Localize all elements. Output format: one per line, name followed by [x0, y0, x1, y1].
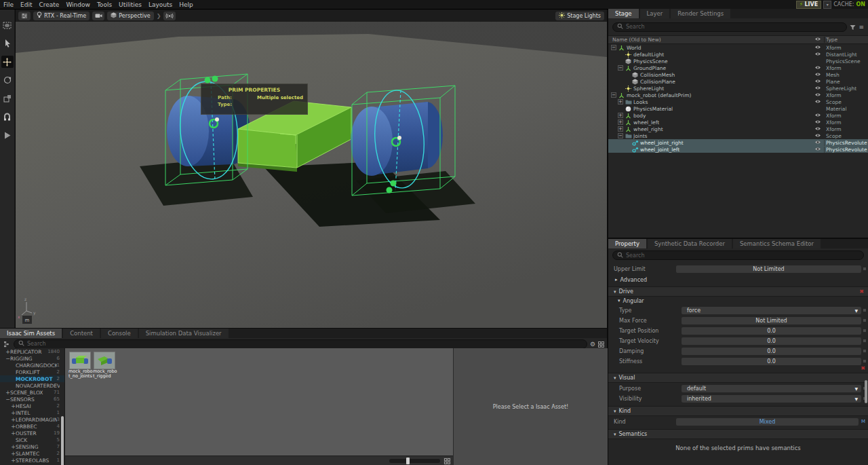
capture-button[interactable] [92, 12, 104, 20]
stage-search-input[interactable]: Search [612, 22, 847, 32]
visibility-eye-icon[interactable] [812, 119, 824, 126]
asset-thumbnail[interactable]: mock_robot_no_joints [68, 352, 91, 379]
asset-tree-item-stereolabs[interactable]: +STEREOLABS1 [0, 457, 64, 464]
asset-tree-item-sick[interactable]: SICK5 [0, 436, 64, 443]
stage-row[interactable]: CollisionMeshMesh [608, 71, 868, 78]
reset-icon[interactable] [863, 339, 866, 342]
visibility-eye-icon[interactable] [812, 113, 824, 119]
visibility-dropdown[interactable]: inherited▼ [682, 395, 861, 403]
reset-icon[interactable] [863, 329, 866, 332]
assets-tab-console[interactable]: Console [101, 329, 138, 338]
asset-tree-item-hesai[interactable]: +HESAI2 [0, 403, 64, 409]
stiffness-field[interactable]: 0.0 [682, 358, 861, 365]
expander-icon[interactable]: − [611, 92, 616, 98]
slider-handle[interactable] [406, 458, 410, 464]
snap-tool-icon[interactable] [1, 111, 14, 123]
asset-tree-item-replicator[interactable]: +REPLICATOR1840 [0, 348, 64, 355]
stage-row[interactable]: −WorldXform [608, 44, 868, 51]
menu-item-utilities[interactable]: Utilities [115, 1, 145, 8]
select-tool-icon[interactable] [1, 37, 14, 50]
visibility-eye-icon[interactable] [812, 99, 824, 105]
upper-limit-field[interactable]: Not Limited [676, 265, 861, 273]
expander-icon[interactable]: − [5, 356, 10, 362]
asset-tree-item-mockrobot[interactable]: MOCKROBOT2 [0, 375, 64, 382]
stage-row[interactable]: defaultLightDistantLight [608, 51, 868, 58]
visibility-eye-icon[interactable] [812, 92, 824, 98]
damping-field[interactable]: 0.0 [682, 348, 861, 355]
type-dropdown[interactable]: force▼ [682, 307, 861, 314]
move-tool-icon[interactable] [1, 56, 14, 68]
stage-row[interactable]: +bodyXform [608, 112, 868, 119]
tree-filter-icon[interactable] [3, 341, 11, 348]
reset-icon[interactable] [863, 267, 866, 270]
advanced-section-toggle[interactable]: ▸ Advanced [608, 276, 868, 284]
grid-view-icon[interactable] [443, 458, 451, 464]
live-dropdown-button[interactable]: ▾ [823, 1, 831, 9]
assets-tab-simulation-data-visualizer[interactable]: Simulation Data Visualizer [139, 329, 229, 338]
expander-icon[interactable]: − [611, 45, 616, 50]
column-type[interactable]: Type [824, 37, 868, 43]
column-name[interactable]: Name (Old to New) [608, 37, 812, 43]
stage-row[interactable]: wheel_joint_leftPhysicsRevolute [608, 146, 868, 153]
purpose-dropdown[interactable]: default▼ [682, 385, 861, 392]
kind-section-header[interactable]: ▾ Kind [608, 406, 868, 416]
asset-tree-item-rigging[interactable]: −RIGGING6 [0, 355, 64, 362]
rotate-tool-icon[interactable] [1, 74, 14, 86]
assets-grid[interactable]: mock_robot_no_jointsmock_robot_rigged [64, 348, 454, 465]
visibility-eye-icon[interactable] [812, 45, 824, 51]
stage-row[interactable]: −mock_robot (defaultPrim)Xform [608, 92, 868, 98]
stage-row[interactable]: +LooksScope [608, 98, 868, 105]
visibility-eye-icon[interactable] [812, 126, 824, 132]
camera-button[interactable]: Perspective [107, 12, 153, 20]
expander-icon[interactable]: + [5, 390, 10, 396]
visibility-eye-icon[interactable] [812, 147, 824, 153]
property-search-input[interactable]: Search [612, 250, 864, 260]
physics-signal-button[interactable] [163, 12, 176, 20]
expander-icon[interactable]: + [11, 424, 16, 430]
expander-icon[interactable]: − [5, 396, 10, 403]
play-tool-icon[interactable] [1, 129, 14, 141]
visual-section-header[interactable]: ▾ Visual [608, 373, 868, 383]
stage-lights-button[interactable]: Stage Lights [555, 12, 604, 20]
menu-item-help[interactable]: Help [176, 1, 197, 8]
stage-tab-render-settings[interactable]: Render Settings [671, 9, 730, 18]
angular-subsection-toggle[interactable]: ▾ Angular [608, 297, 868, 305]
target-position-field[interactable]: 0.0 [682, 327, 861, 335]
visibility-eye-icon[interactable] [812, 79, 824, 85]
stage-row[interactable]: CollisionPlanePlane [608, 78, 868, 85]
expander-icon[interactable]: + [618, 99, 623, 105]
stage-row[interactable]: +wheel_leftXform [608, 119, 868, 126]
scale-tool-icon[interactable] [1, 92, 14, 105]
expander-icon[interactable]: + [11, 410, 16, 416]
stage-row[interactable]: +wheel_rightXform [608, 126, 868, 132]
menu-item-layouts[interactable]: Layouts [145, 1, 176, 8]
menu-item-edit[interactable]: Edit [17, 1, 35, 8]
reset-icon[interactable] [863, 309, 866, 312]
asset-thumbnail[interactable]: mock_robot_rigged [93, 352, 115, 379]
thumbnail-size-slider[interactable] [389, 459, 440, 463]
asset-tree-item-orbbec[interactable]: +ORBBEC4 [0, 423, 64, 430]
stage-row[interactable]: PhysicsMaterialMaterial [608, 105, 868, 112]
menu-item-file[interactable]: File [0, 1, 17, 8]
live-button[interactable]: ⚡ LIVE [796, 1, 821, 9]
expander-icon[interactable]: + [618, 126, 623, 132]
asset-tree-item-novacarterdevk[interactable]: NOVACARTERDEVK [0, 382, 64, 389]
assets-tree-scrollbar[interactable] [61, 416, 64, 465]
asset-tree-item-ouster[interactable]: +OUSTER19 [0, 430, 64, 436]
viewport-settings-button[interactable] [18, 12, 31, 20]
menu-item-create[interactable]: Create [36, 1, 63, 8]
remove-drive-icon[interactable]: ✖ [859, 289, 864, 295]
visibility-eye-icon[interactable] [812, 72, 824, 78]
stage-tab-stage[interactable]: Stage [608, 9, 639, 18]
property-scrollbar[interactable] [865, 380, 867, 403]
stage-row[interactable]: −GroundPlaneXform [608, 64, 868, 71]
stage-tab-layer[interactable]: Layer [640, 9, 670, 18]
assets-tab-isaac-sim-assets[interactable]: Isaac Sim Assets [0, 329, 62, 338]
visibility-eye-icon[interactable] [812, 140, 824, 146]
visibility-eye-icon[interactable] [812, 52, 824, 58]
expander-icon[interactable]: + [11, 451, 16, 457]
gear-icon[interactable]: ⚙ [590, 341, 595, 348]
semantics-section-header[interactable]: ▾ Semantics [608, 429, 868, 439]
drive-section-header[interactable]: ▾ Drive ✖ [608, 286, 868, 297]
expander-icon[interactable]: + [11, 430, 16, 436]
